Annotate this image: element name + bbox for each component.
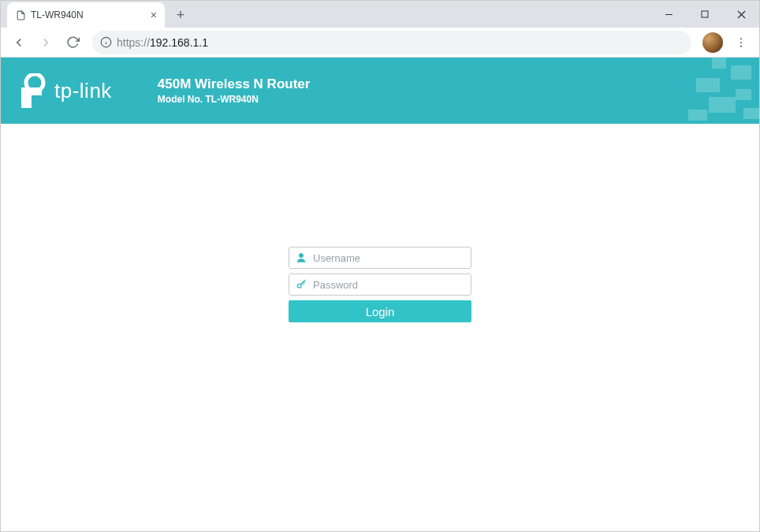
url-scheme: https://: [117, 36, 150, 49]
window-controls: [650, 1, 759, 28]
login-form: Login: [289, 247, 471, 322]
address-text: https://192.168.1.1: [117, 36, 208, 49]
svg-point-19: [297, 284, 301, 288]
svg-point-9: [740, 45, 742, 47]
browser-tab-bar: TL-WR940N × +: [1, 1, 759, 28]
svg-point-18: [299, 253, 304, 258]
page-favicon: [15, 9, 26, 20]
window-close-button[interactable]: [723, 2, 759, 26]
brand-name: tp-link: [54, 79, 112, 103]
forward-button[interactable]: [34, 31, 58, 54]
username-input[interactable]: [313, 252, 464, 264]
tab-close-button[interactable]: ×: [151, 9, 157, 21]
svg-rect-13: [696, 78, 720, 92]
tp-link-logo-icon: [18, 73, 47, 108]
svg-rect-12: [731, 65, 751, 80]
page-content: tp-link 450M Wireless N Router Model No.…: [1, 58, 759, 523]
username-field-wrap: [289, 247, 471, 269]
svg-rect-15: [709, 97, 736, 113]
password-field-wrap: [289, 273, 471, 296]
back-button[interactable]: [7, 31, 31, 54]
svg-point-7: [740, 38, 742, 39]
address-bar[interactable]: https://192.168.1.1: [92, 31, 691, 54]
header-banner: tp-link 450M Wireless N Router Model No.…: [1, 58, 759, 124]
product-info: 450M Wireless N Router Model No. TL-WR94…: [158, 76, 311, 105]
password-input[interactable]: [313, 279, 464, 291]
key-icon: [296, 279, 307, 290]
svg-rect-16: [743, 108, 759, 119]
reload-button[interactable]: [61, 31, 84, 54]
login-button[interactable]: Login: [289, 300, 471, 322]
window-maximize-button[interactable]: [687, 2, 723, 26]
site-info-icon[interactable]: [100, 36, 112, 48]
window-minimize-button[interactable]: [650, 2, 687, 26]
svg-rect-14: [736, 89, 751, 100]
tab-title: TL-WR940N: [31, 9, 146, 20]
browser-tab[interactable]: TL-WR940N ×: [7, 2, 165, 28]
banner-decoration: [617, 58, 759, 124]
svg-rect-1: [702, 11, 708, 17]
user-icon: [296, 252, 307, 263]
svg-point-8: [740, 41, 742, 43]
browser-menu-button[interactable]: [729, 31, 753, 54]
profile-avatar[interactable]: [702, 32, 723, 53]
new-tab-button[interactable]: +: [170, 4, 192, 26]
product-title: 450M Wireless N Router: [158, 76, 311, 92]
url-host: 192.168.1.1: [150, 36, 208, 49]
product-model: Model No. TL-WR940N: [158, 94, 311, 105]
svg-rect-17: [688, 110, 707, 121]
svg-rect-11: [712, 58, 726, 69]
browser-toolbar: https://192.168.1.1: [1, 28, 759, 58]
brand-logo: tp-link: [18, 73, 112, 108]
